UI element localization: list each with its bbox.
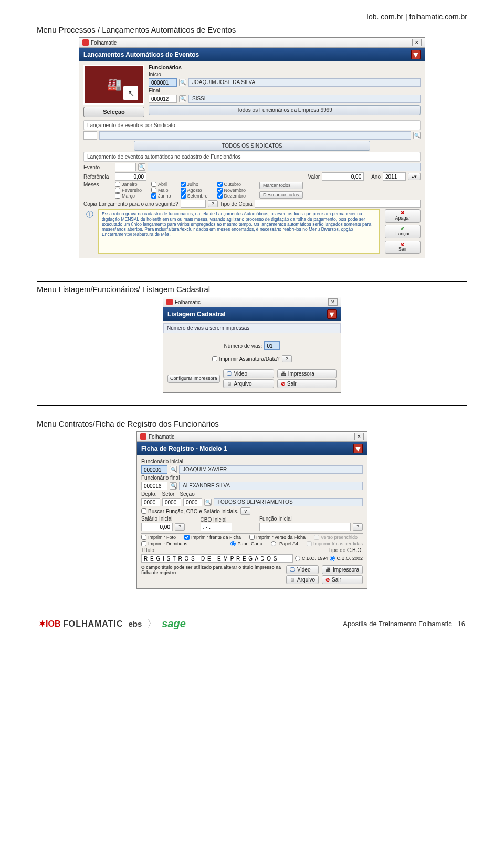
- todos-sindicatos-button[interactable]: TODOS OS SINDICATOS: [134, 141, 370, 151]
- assinatura-checkbox[interactable]: Imprimir Assinatura/Data?: [212, 356, 279, 362]
- papel-carta-radio[interactable]: Papel Carta: [230, 541, 262, 546]
- help-icon[interactable]: ?: [353, 523, 363, 531]
- month-ago-checkbox[interactable]: Agosto: [181, 188, 208, 193]
- desmarcar-todos-button[interactable]: Desmarcar todos: [259, 191, 303, 199]
- final-name: SISSI: [188, 95, 421, 103]
- arquivo-button[interactable]: 🗎Arquivo: [286, 575, 319, 584]
- month-out-checkbox[interactable]: Outubro: [217, 182, 246, 187]
- close-icon[interactable]: ✕: [354, 433, 364, 440]
- apagar-button[interactable]: ✖Apagar: [385, 209, 421, 223]
- cbo-input[interactable]: [201, 523, 232, 531]
- writing-line: [37, 398, 467, 406]
- check-icon: ✔: [401, 226, 405, 231]
- app-icon: [140, 433, 146, 440]
- close-icon[interactable]: ✕: [412, 39, 422, 46]
- collapse-icon[interactable]: ⯆: [411, 50, 421, 59]
- sair-button[interactable]: ⊘Sair: [322, 575, 363, 584]
- auto-header: Lançamento de eventos automáticos no cad…: [83, 152, 421, 162]
- close-icon[interactable]: ✕: [328, 298, 338, 306]
- cbo-1994-radio[interactable]: C.B.O. 1994: [295, 556, 328, 561]
- numvias-input[interactable]: [264, 341, 280, 350]
- month-abr-checkbox[interactable]: Abril: [151, 182, 171, 187]
- inicio-code-input[interactable]: [149, 78, 177, 87]
- buscar-checkbox[interactable]: Buscar Função, CBO e Salário iniciais.: [141, 508, 238, 514]
- configurar-impressora-button[interactable]: Configurar Impressora: [167, 375, 220, 383]
- help-icon[interactable]: ?: [282, 355, 292, 362]
- ano-input[interactable]: [383, 172, 406, 181]
- sindicato-code-input[interactable]: [83, 131, 97, 140]
- screenshot-lancamentos: Folhamatic ✕ Lançamentos Automáticos de …: [79, 37, 425, 258]
- month-jan-checkbox[interactable]: Janeiro: [115, 182, 142, 187]
- section2-title: Menu Listagem/Funcionários/ Listagem Cad…: [37, 285, 467, 294]
- month-mai-checkbox[interactable]: Maio: [151, 188, 171, 193]
- video-button[interactable]: 🖵Video: [223, 369, 274, 378]
- search-icon[interactable]: 🔍: [179, 79, 186, 86]
- help-icon[interactable]: ?: [240, 507, 250, 515]
- search-icon[interactable]: 🔍: [413, 132, 421, 139]
- sair-button[interactable]: ⊘Sair: [385, 241, 421, 254]
- todos-funcionarios-button[interactable]: Todos os Funcionários da Empresa 9999: [149, 105, 421, 115]
- arquivo-button[interactable]: 🗎Arquivo: [223, 379, 274, 388]
- ano-stepper[interactable]: ▴▾: [408, 173, 421, 180]
- help-icon[interactable]: ?: [208, 200, 218, 207]
- funcao-input[interactable]: [259, 523, 351, 531]
- foto-checkbox[interactable]: Imprimir Foto: [141, 535, 176, 540]
- cbo-2002-radio[interactable]: C.B.O. 2002: [330, 556, 363, 561]
- func-ini-name: JOAQUIM XAVIER: [179, 465, 363, 474]
- month-fev-checkbox[interactable]: Fevereiro: [115, 188, 142, 193]
- copia-select[interactable]: [181, 200, 206, 208]
- papel-a4-radio[interactable]: Papel A4: [271, 541, 298, 546]
- todos-deptos: TODOS OS DEPARTAMENTOS: [214, 498, 363, 506]
- referencia-input[interactable]: [115, 172, 146, 181]
- final-code-input[interactable]: [149, 95, 177, 103]
- func-fin-name: ALEXANDRE SILVA: [179, 482, 363, 490]
- sair-button[interactable]: ⊘Sair: [277, 379, 337, 388]
- impressora-button[interactable]: 🖶Impressora: [322, 565, 363, 574]
- collapse-icon[interactable]: ⯆: [353, 444, 363, 453]
- search-icon[interactable]: 🔍: [179, 95, 186, 102]
- funcao-label: Função Inicial: [259, 516, 363, 522]
- search-icon[interactable]: 🔍: [170, 482, 177, 490]
- titulo-input[interactable]: [141, 554, 293, 563]
- video-button[interactable]: 🖵Video: [286, 565, 319, 574]
- sindicato-text: [99, 131, 411, 140]
- func-fin-code-input[interactable]: [141, 482, 167, 490]
- final-label: Final: [149, 88, 421, 94]
- window3-bluebar: Ficha de Registro - Modelo 1 ⯆: [137, 442, 367, 455]
- month-dez-checkbox[interactable]: Dezembro: [217, 193, 246, 199]
- marcar-todos-button[interactable]: Marcar todos: [259, 182, 303, 189]
- search-icon[interactable]: 🔍: [204, 499, 212, 506]
- impressora-button[interactable]: 🖶Impressora: [277, 369, 337, 378]
- factory-icon: 🏭: [107, 78, 121, 91]
- func-ini-code-input[interactable]: [141, 465, 167, 474]
- tipo-cbo-label: Tipo do C.B.O.: [328, 547, 363, 553]
- meses-label: Meses: [83, 182, 113, 188]
- verso-checkbox[interactable]: Imprimir verso da Ficha: [249, 535, 306, 540]
- month-jun-checkbox[interactable]: Junho: [151, 193, 171, 199]
- selecao-image: 🏭 ↖: [83, 65, 144, 105]
- month-jul-checkbox[interactable]: Julho: [181, 182, 208, 187]
- valor-input[interactable]: [322, 172, 364, 181]
- salario-input[interactable]: [141, 523, 173, 531]
- valor-label: Valor: [308, 174, 320, 180]
- section3-title: Menu Contratos/Ficha de Registro dos Fun…: [37, 419, 467, 428]
- frente-checkbox[interactable]: Imprimir frente da Ficha: [184, 535, 241, 540]
- numvias-label: Número de vias:: [224, 343, 262, 349]
- month-set-checkbox[interactable]: Setembro: [181, 193, 208, 199]
- collapse-icon[interactable]: ⯆: [327, 309, 337, 319]
- lancar-button[interactable]: ✔Lançar: [385, 225, 421, 238]
- help-icon[interactable]: ?: [175, 523, 185, 531]
- month-nov-checkbox[interactable]: Novembro: [217, 188, 246, 193]
- tipo-copia-input[interactable]: [255, 200, 421, 208]
- evento-input[interactable]: [115, 163, 136, 171]
- depto-input[interactable]: [141, 498, 160, 506]
- search-icon[interactable]: 🔍: [170, 466, 177, 473]
- secao-input[interactable]: [183, 498, 202, 506]
- section1-title: Menu Processos / Lançamentos Automáticos…: [37, 25, 467, 34]
- search-icon[interactable]: 🔍: [138, 163, 145, 171]
- selecao-button[interactable]: Seleção: [83, 107, 144, 117]
- month-mar-checkbox[interactable]: Março: [115, 193, 142, 199]
- setor-input[interactable]: [162, 498, 181, 506]
- demitidos-checkbox[interactable]: Imprimir Demitidos: [141, 541, 187, 546]
- inicio-name: JOAQUIM JOSE DA SILVA: [188, 78, 421, 87]
